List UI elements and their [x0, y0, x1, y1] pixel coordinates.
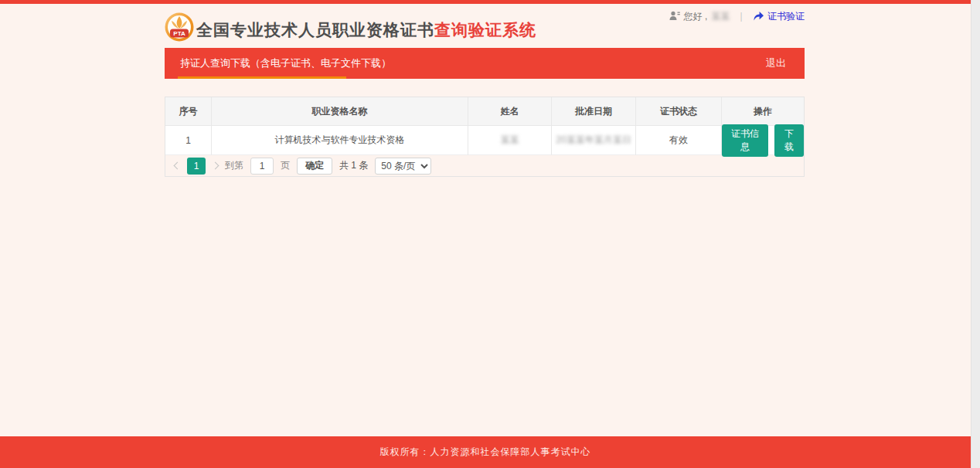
page-unit-label: 页 — [281, 159, 290, 172]
cell-index: 1 — [165, 126, 212, 155]
certificate-info-button[interactable]: 证书信息 — [722, 124, 768, 157]
total-count-label: 共 1 条 — [339, 159, 368, 172]
download-button[interactable]: 下载 — [774, 124, 804, 157]
tab-holder-query-download[interactable]: 持证人查询下载（含电子证书、电子文件下载） — [165, 48, 407, 79]
user-name-redacted: 某某 — [711, 10, 730, 23]
title-accent: 查询验证系统 — [434, 21, 536, 39]
page-scrollbar[interactable] — [971, 0, 980, 468]
cell-name-redacted: 某某 — [468, 126, 552, 155]
table-header-row: 序号 职业资格名称 姓名 批准日期 证书状态 操作 — [165, 97, 804, 126]
prev-page-icon[interactable] — [174, 162, 182, 170]
goto-page-input[interactable] — [250, 158, 274, 175]
header-name: 姓名 — [468, 97, 552, 126]
copyright-text: 版权所有：人力资源和社会保障部人事考试中心 — [380, 446, 591, 459]
goto-label: 到第 — [225, 159, 243, 172]
page-footer: 版权所有：人力资源和社会保障部人事考试中心 — [0, 436, 971, 468]
header-status: 证书状态 — [636, 97, 722, 126]
certificate-verify-link[interactable]: 证书验证 — [753, 10, 805, 23]
logo-pta-text: PTA — [173, 30, 185, 37]
confirm-button[interactable]: 确定 — [297, 158, 332, 175]
header-qualification: 职业资格名称 — [212, 97, 468, 126]
user-icon — [669, 11, 680, 23]
share-arrow-icon — [753, 11, 764, 23]
title-main: 全国专业技术人员职业资格证书 — [196, 21, 434, 39]
table-row: 1 计算机技术与软件专业技术资格 某某 20某某年某月某日 有效 证书信息 下载 — [165, 126, 804, 155]
cell-approval-date-redacted: 20某某年某月某日 — [552, 126, 636, 155]
top-red-strip — [0, 0, 971, 4]
header-approval-date: 批准日期 — [552, 97, 636, 126]
page-number-button[interactable]: 1 — [187, 158, 206, 175]
page-size-select[interactable]: 50 条/页 — [375, 158, 431, 175]
cell-actions: 证书信息 下载 — [722, 126, 804, 155]
separator: ｜ — [737, 10, 746, 23]
pagination-bar: 1 到第 页 确定 共 1 条 50 条/页 — [165, 155, 804, 176]
user-bar: 您好 , 某某 ｜ 证书验证 — [669, 10, 805, 23]
cell-status: 有效 — [636, 126, 722, 155]
active-tab-underline — [178, 76, 346, 79]
next-page-icon[interactable] — [212, 162, 219, 170]
verify-link-label: 证书验证 — [767, 10, 805, 23]
logout-button[interactable]: 退出 — [747, 56, 805, 70]
header-actions: 操作 — [722, 97, 804, 126]
page-title: 全国专业技术人员职业资格证书查询验证系统 — [196, 19, 536, 41]
header-index: 序号 — [165, 97, 212, 126]
greeting-text: 您好 , — [684, 10, 708, 23]
tab-label: 持证人查询下载（含电子证书、电子文件下载） — [180, 56, 391, 70]
cell-qualification: 计算机技术与软件专业技术资格 — [212, 126, 468, 155]
main-nav-bar: 持证人查询下载（含电子证书、电子文件下载） 退出 — [165, 48, 805, 79]
results-table: 序号 职业资格名称 姓名 批准日期 证书状态 操作 1 计算机技术与软件专业技术… — [165, 97, 805, 177]
pta-logo: PTA — [165, 12, 194, 42]
